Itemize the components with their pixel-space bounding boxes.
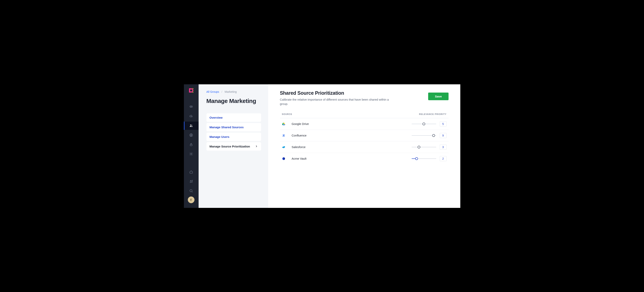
svg-point-1	[190, 106, 191, 107]
avatar-initial: E	[190, 198, 192, 202]
nav-cloud-icon[interactable]	[184, 112, 198, 120]
svg-point-4	[191, 125, 192, 126]
source-name: Salesforce	[292, 145, 306, 149]
source-name: Google Drive	[292, 122, 309, 126]
breadcrumb-all-groups[interactable]: All Groups	[206, 90, 219, 93]
col-priority: RELEVANCE PRIORITY	[419, 113, 446, 115]
main-content: Shared Source Prioritization Calibrate t…	[268, 84, 460, 208]
priority-slider[interactable]	[412, 134, 436, 137]
nav-security-icon[interactable]	[184, 140, 198, 149]
subnav-label: Manage Users	[210, 135, 230, 138]
nav-profile-icon[interactable]	[184, 131, 198, 139]
priority-slider[interactable]	[412, 146, 436, 148]
salesforce-icon	[282, 145, 286, 149]
priority-slider[interactable]	[412, 157, 436, 160]
save-button[interactable]: Save	[428, 92, 448, 100]
chevron-right-icon	[255, 145, 258, 148]
subnav-overview[interactable]: Overview	[206, 113, 261, 122]
breadcrumb: All Groups / Marketing	[206, 90, 261, 93]
col-source: SOURCE	[282, 113, 292, 115]
priority-value-input[interactable]	[440, 133, 446, 138]
breadcrumb-current: Marketing	[225, 90, 236, 93]
nav-route-icon[interactable]	[184, 177, 198, 186]
subnav-label: Overview	[210, 116, 223, 119]
source-name: Acme Vault	[292, 157, 306, 160]
section-subtitle: Calibrate the relative importance of dif…	[280, 98, 398, 106]
confluence-icon	[282, 134, 286, 137]
table-row: Salesforce	[280, 142, 448, 153]
table-row: Confluence	[280, 130, 448, 142]
sidebar: E	[184, 84, 198, 208]
priority-value-input[interactable]	[440, 156, 446, 161]
subnav: Overview Manage Shared Sources Manage Us…	[206, 113, 261, 150]
svg-rect-7	[190, 144, 192, 146]
subnav-manage-users[interactable]: Manage Users	[206, 132, 261, 141]
gdrive-icon	[282, 122, 286, 126]
subnav-manage-source-prioritization[interactable]: Manage Source Prioritization	[206, 142, 261, 150]
left-panel: All Groups / Marketing Manage Marketing …	[198, 84, 268, 208]
svg-point-6	[191, 134, 192, 135]
breadcrumb-separator: /	[222, 90, 222, 93]
svg-point-0	[190, 89, 192, 92]
table-row: Acme Vault	[280, 153, 448, 164]
priority-value-input[interactable]	[440, 122, 446, 126]
subnav-label: Manage Shared Sources	[210, 126, 244, 129]
svg-point-9	[190, 190, 192, 192]
svg-point-8	[191, 153, 192, 154]
priority-slider[interactable]	[412, 122, 436, 125]
nav-discover-icon[interactable]	[184, 103, 198, 111]
subnav-label: Manage Source Prioritization	[210, 145, 250, 148]
svg-point-15	[283, 147, 284, 148]
section-title: Shared Source Prioritization	[280, 90, 398, 96]
svg-point-2	[191, 106, 192, 107]
table-row: Google Drive	[280, 118, 448, 130]
nav-settings-icon[interactable]	[184, 150, 198, 158]
page-title: Manage Marketing	[206, 98, 261, 104]
subnav-manage-shared-sources[interactable]: Manage Shared Sources	[206, 123, 261, 132]
nav-home-icon[interactable]	[184, 168, 198, 176]
priority-value-input[interactable]	[440, 144, 446, 150]
nav-groups-icon[interactable]	[184, 122, 198, 130]
user-avatar[interactable]: E	[188, 196, 194, 203]
acme-icon	[282, 157, 286, 160]
svg-point-3	[190, 124, 191, 126]
nav-search-icon[interactable]	[184, 187, 198, 195]
source-priority-table: SOURCE RELEVANCE PRIORITY Google DriveCo…	[280, 113, 448, 164]
app-logo-icon	[188, 88, 194, 93]
source-name: Confluence	[292, 134, 306, 137]
